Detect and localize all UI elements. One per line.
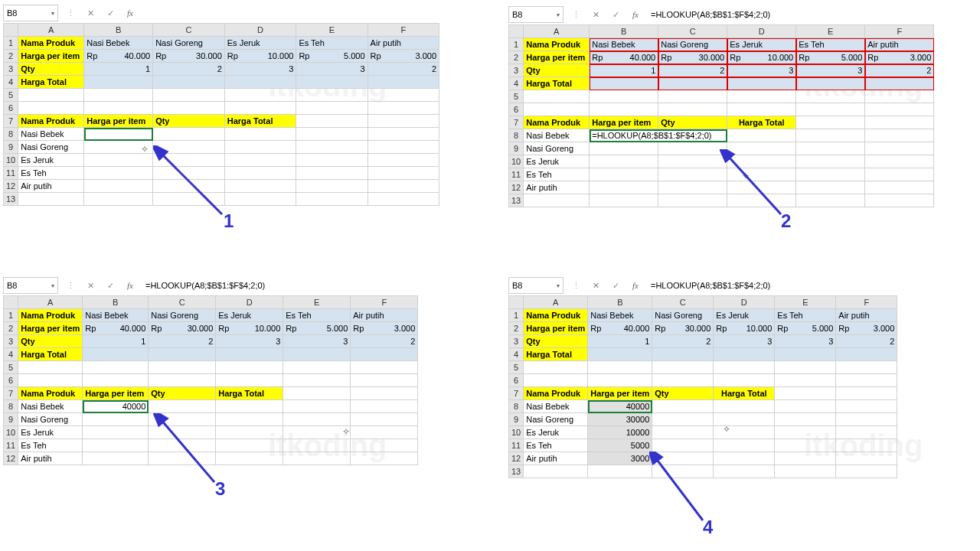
cell[interactable]: Harga Total [18, 76, 84, 89]
col-header[interactable]: F [368, 24, 439, 37]
row-header[interactable]: 10 [4, 154, 18, 167]
col-header[interactable]: C [153, 24, 225, 37]
panel-2: B8 ⋮ ✕ ✓ fx =HLOOKUP(A8;$B$1:$F$4;2;0) A… [508, 6, 968, 207]
active-cell[interactable] [84, 128, 153, 141]
step-number-2: 2 [781, 210, 791, 232]
cell[interactable]: Nasi Bebek [84, 37, 153, 50]
fx-icon[interactable]: fx [628, 10, 643, 19]
accept-icon[interactable]: ✓ [103, 8, 118, 18]
cell[interactable]: Es Jeruk [18, 154, 84, 167]
spreadsheet[interactable]: ABCDEF 1 Nama Produk Nasi BebekNasi Gore… [508, 24, 934, 207]
step-number-1: 1 [224, 210, 234, 232]
spreadsheet[interactable]: A B C D E F 1 Nama Produk Nasi Bebek Nas… [3, 23, 439, 206]
cell[interactable]: 3 [296, 63, 368, 76]
panel-3: B8 ⋮ ✕ ✓ fx =HLOOKUP(A8;$B$1:$F$4;2;0) A… [3, 277, 428, 465]
cursor-icon: ✧ [742, 171, 750, 181]
cell[interactable]: Nasi Bebek [18, 128, 84, 141]
cursor-icon: ✧ [342, 426, 350, 437]
cell[interactable]: Es Teh [296, 37, 368, 50]
formula-input[interactable]: =HLOOKUP(A8;$B$1:$F$4;2;0) [142, 281, 428, 290]
name-box[interactable]: B8 [3, 277, 58, 294]
cancel-icon[interactable]: ✕ [83, 281, 98, 291]
cell[interactable]: Harga per item [18, 50, 84, 63]
cell[interactable]: 3 [224, 63, 296, 76]
separator-icon: ⋮ [63, 8, 78, 18]
step-number-4: 4 [703, 517, 713, 538]
accept-icon[interactable]: ✓ [608, 10, 623, 20]
panel-4: B8 ⋮ ✕ ✓ fx =HLOOKUP(A8;$B$1:$F$4;2;0) A… [508, 277, 933, 478]
cell[interactable]: Nasi Goreng [18, 141, 84, 154]
accept-icon[interactable]: ✓ [103, 281, 118, 291]
row-header[interactable]: 11 [4, 167, 18, 180]
cell[interactable]: Air putih [368, 37, 439, 50]
cell[interactable]: 2 [153, 63, 225, 76]
accept-icon[interactable]: ✓ [608, 281, 623, 291]
cell[interactable]: Rp30.000 [153, 50, 225, 63]
fx-icon[interactable]: fx [122, 281, 138, 290]
fx-icon[interactable]: fx [122, 8, 138, 18]
cell[interactable]: Qty [153, 115, 225, 128]
cell[interactable]: Rp10.000 [224, 50, 296, 63]
cursor-icon: ✧ [141, 144, 149, 155]
separator-icon: ⋮ [568, 10, 583, 20]
row-header[interactable]: 13 [4, 193, 18, 206]
panel-1: B8 ⋮ ✕ ✓ fx A B C D E F 1 Nama Produk Na… [3, 5, 439, 206]
cell[interactable]: Rp5.000 [296, 50, 368, 63]
row-header[interactable]: 7 [4, 115, 18, 128]
row-header[interactable]: 8 [4, 128, 18, 141]
row-header[interactable]: 4 [4, 76, 18, 89]
cell[interactable]: Nama Produk [18, 37, 84, 50]
spreadsheet[interactable]: ABCDEF 1Nama ProdukNasi BebekNasi Goreng… [508, 295, 897, 478]
cell[interactable]: Harga per item [84, 115, 153, 128]
cancel-icon[interactable]: ✕ [588, 281, 603, 291]
cell[interactable]: Es Jeruk [224, 37, 296, 50]
col-header[interactable]: A [18, 24, 84, 37]
active-cell-formula[interactable]: =HLOOKUP(A8;$B$1:$F$4;2;0) [590, 129, 727, 142]
cell[interactable]: Air putih [18, 180, 84, 193]
cell[interactable]: Rp3.000 [368, 50, 439, 63]
cursor-icon: ✧ [723, 424, 730, 435]
cell[interactable]: Nasi Goreng [153, 37, 225, 50]
row-header[interactable]: 5 [4, 89, 18, 102]
select-all-corner[interactable] [4, 24, 18, 37]
cell[interactable]: 1 [84, 63, 153, 76]
row-header[interactable]: 2 [4, 50, 18, 63]
name-box[interactable]: B8 [3, 5, 58, 21]
row-header[interactable]: 1 [4, 37, 18, 50]
formula-input[interactable]: =HLOOKUP(A8;$B$1:$F$4;2;0) [648, 281, 933, 290]
cell[interactable]: Qty [18, 63, 84, 76]
active-cell[interactable]: 40000 [83, 400, 149, 413]
separator-icon: ⋮ [568, 281, 583, 291]
name-box[interactable]: B8 [508, 6, 564, 23]
col-header[interactable]: E [296, 24, 368, 37]
name-box[interactable]: B8 [508, 277, 564, 294]
cell[interactable]: Harga Total [224, 115, 296, 128]
cell[interactable]: 2 [368, 63, 439, 76]
row-header[interactable]: 9 [4, 141, 18, 154]
cell[interactable]: Es Teh [18, 167, 84, 180]
cell[interactable]: Nama Produk [18, 115, 84, 128]
cell[interactable] [84, 76, 153, 89]
row-header[interactable]: 12 [4, 180, 18, 193]
cancel-icon[interactable]: ✕ [83, 8, 98, 18]
row-header[interactable]: 3 [4, 63, 18, 76]
separator-icon: ⋮ [63, 281, 78, 291]
spreadsheet[interactable]: ABCDEF 1Nama ProdukNasi BebekNasi Goreng… [3, 295, 418, 465]
col-header[interactable]: B [84, 24, 153, 37]
cell[interactable]: Rp40.000 [84, 50, 153, 63]
step-number-3: 3 [215, 478, 225, 500]
cancel-icon[interactable]: ✕ [588, 10, 603, 20]
formula-input[interactable]: =HLOOKUP(A8;$B$1:$F$4;2;0) [648, 10, 968, 19]
row-header[interactable]: 6 [4, 102, 18, 115]
fx-icon[interactable]: fx [628, 281, 643, 290]
col-header[interactable]: D [224, 24, 296, 37]
